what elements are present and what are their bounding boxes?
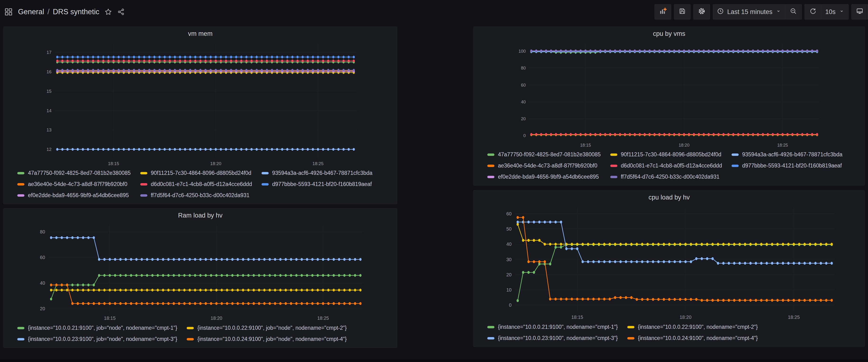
- legend-swatch: [487, 165, 494, 167]
- legend-swatch: [17, 327, 24, 329]
- legend-item[interactable]: d977bbbe-5593-4121-bf20-f160b819aeaf: [261, 181, 372, 187]
- x-tick-label: 18:15: [108, 161, 119, 166]
- legend-swatch: [17, 172, 24, 174]
- y-tick-label: 10: [506, 287, 512, 293]
- y-tick-label: 17: [47, 50, 52, 55]
- panel-cpu-by-vms: cpu by vms 02040608010018:1518:2018:25 4…: [473, 27, 865, 186]
- ram-load-by-hv-chart[interactable]: 2040608018:1518:2018:25: [4, 222, 397, 324]
- legend-item[interactable]: ef0e2dde-bda9-4656-9bf9-a54db6cee895: [487, 174, 601, 180]
- legend-item[interactable]: d6d0c081-e7c1-4cb8-a0f5-d12a4cce6ddd: [140, 181, 252, 187]
- legend-swatch: [487, 176, 494, 178]
- legend-item[interactable]: 47a77750-f092-4825-8ed7-081b2e380085: [487, 151, 601, 158]
- cpu-load-by-hv-chart[interactable]: 010203040506018:1518:2018:25: [473, 204, 865, 323]
- x-tick-label: 18:20: [210, 161, 221, 166]
- chevron-down-icon: [776, 8, 781, 16]
- panel-title[interactable]: cpu by vms: [473, 27, 865, 40]
- legend-item[interactable]: {instance="10.0.0.23:9100", nodename="cm…: [487, 335, 618, 341]
- legend-item[interactable]: 93594a3a-acf6-4926-b467-78871cfc3bda: [732, 151, 842, 158]
- legend-item[interactable]: d6d0c081-e7c1-4cb8-a0f5-d12a4cce6ddd: [610, 163, 722, 169]
- x-tick-label: 18:20: [211, 315, 222, 321]
- x-tick-label: 18:15: [580, 143, 591, 147]
- dashboard-settings-button[interactable]: [693, 4, 710, 20]
- legend-item[interactable]: ae36e40e-54de-4c73-a8df-87f79b920bf0: [17, 181, 131, 187]
- legend-item[interactable]: {instance="10.0.0.24:9100", job="node", …: [187, 336, 347, 342]
- legend: {instance="10.0.0.21:9100", job="node", …: [4, 324, 397, 347]
- refresh-interval-label: 10s: [825, 8, 836, 16]
- y-tick-label: 40: [521, 100, 526, 104]
- legend-item[interactable]: ae36e40e-54de-4c73-a8df-87f79b920bf0: [487, 163, 601, 169]
- gear-icon: [698, 7, 706, 17]
- series-line: [56, 148, 354, 150]
- legend-label: 93594a3a-acf6-4926-b467-78871cfc3bda: [742, 151, 842, 158]
- y-tick-label: 15: [47, 89, 52, 94]
- panel-cpu-load-by-hv: cpu load by hv 010203040506018:1518:2018…: [473, 190, 865, 347]
- legend-label: {instance="10.0.0.24:9100", job="node", …: [197, 336, 347, 342]
- legend-item[interactable]: 90f11215-7c30-4864-8096-d8805bd24f0d: [610, 151, 722, 158]
- series-line: [517, 223, 833, 246]
- legend-label: {instance="10.0.0.23:9100", job="node", …: [28, 336, 177, 342]
- zoom-out-button[interactable]: [785, 4, 802, 20]
- legend-item[interactable]: {instance="10.0.0.21:9100", nodename="cm…: [487, 324, 618, 330]
- refresh-interval-picker[interactable]: 10s: [821, 4, 848, 20]
- vm-mem-chart[interactable]: 12131415161718:1518:2018:25: [4, 40, 397, 169]
- legend-item[interactable]: {instance="10.0.0.24:9100", nodename="cm…: [627, 335, 758, 341]
- panel-vm-mem: vm mem 12131415161718:1518:2018:25 47a77…: [3, 27, 397, 204]
- time-range-picker[interactable]: Last 15 minutes: [713, 4, 785, 20]
- y-tick-label: 80: [521, 65, 526, 71]
- legend-item[interactable]: ff7d5f64-d7c6-4250-b33c-d00c402da931: [140, 192, 252, 199]
- legend-label: d6d0c081-e7c1-4cb8-a0f5-d12a4cce6ddd: [151, 181, 252, 187]
- legend-item[interactable]: ff7d5f64-d7c6-4250-b33c-d00c402da931: [610, 174, 722, 180]
- panel-ram-load-by-hv: Ram load by hv 2040608018:1518:2018:25 {…: [3, 208, 397, 348]
- legend-swatch: [732, 165, 739, 167]
- x-tick-label: 18:20: [680, 314, 691, 320]
- time-range-label: Last 15 minutes: [727, 8, 773, 16]
- legend-swatch: [627, 337, 634, 339]
- refresh-controls: 10s: [805, 4, 848, 20]
- x-tick-label: 18:25: [317, 315, 329, 321]
- legend-label: {instance="10.0.0.22:9100", job="node", …: [197, 325, 347, 331]
- legend-label: d977bbbe-5593-4121-bf20-f160b819aeaf: [742, 163, 842, 169]
- y-tick-label: 20: [521, 116, 526, 121]
- monitor-icon: [856, 7, 864, 17]
- chevron-down-icon: [839, 8, 844, 16]
- legend-item[interactable]: 93594a3a-acf6-4926-b467-78871cfc3bda: [261, 170, 372, 176]
- breadcrumb-title[interactable]: DRS synthetic: [53, 8, 99, 16]
- share-icon[interactable]: [117, 8, 125, 16]
- panel-title[interactable]: vm mem: [4, 27, 397, 40]
- save-icon: [679, 8, 686, 17]
- cycle-view-mode-button[interactable]: [851, 4, 868, 20]
- cpu-by-vms-chart[interactable]: 02040608010018:1518:2018:25: [473, 40, 865, 150]
- series-line: [50, 289, 362, 291]
- legend-item[interactable]: {instance="10.0.0.22:9100", job="node", …: [187, 325, 347, 331]
- save-dashboard-button[interactable]: [674, 4, 690, 20]
- legend-item[interactable]: {instance="10.0.0.23:9100", job="node", …: [17, 336, 177, 342]
- grid-layout-icon[interactable]: [4, 8, 13, 16]
- legend-label: 47a77750-f092-4825-8ed7-081b2e380085: [28, 170, 131, 176]
- add-panel-button[interactable]: [655, 4, 671, 20]
- legend-item[interactable]: d977bbbe-5593-4121-bf20-f160b819aeaf: [732, 163, 842, 169]
- legend-swatch: [261, 183, 269, 186]
- legend-label: ae36e40e-54de-4c73-a8df-87f79b920bf0: [498, 163, 597, 169]
- window-bottom-edge: [0, 360, 868, 362]
- star-icon[interactable]: [104, 8, 112, 16]
- legend: 47a77750-f092-4825-8ed7-081b2e38008590f1…: [473, 150, 865, 185]
- legend-swatch: [140, 183, 147, 186]
- legend-item[interactable]: ef0e2dde-bda9-4656-9bf9-a54db6cee895: [17, 192, 131, 199]
- panel-title[interactable]: cpu load by hv: [473, 191, 865, 204]
- legend-label: {instance="10.0.0.23:9100", nodename="cm…: [498, 335, 618, 341]
- legend-swatch: [187, 338, 194, 340]
- breadcrumb-section[interactable]: General: [18, 8, 44, 16]
- legend-label: d6d0c081-e7c1-4cb8-a0f5-d12a4cce6ddd: [621, 163, 722, 169]
- refresh-button[interactable]: [805, 4, 821, 20]
- legend-item[interactable]: 90f11215-7c30-4864-8096-d8805bd24f0d: [140, 170, 252, 176]
- legend-label: 90f11215-7c30-4864-8096-d8805bd24f0d: [621, 151, 721, 158]
- panel-add-icon: [659, 7, 666, 17]
- legend-item[interactable]: {instance="10.0.0.21:9100", job="node", …: [17, 325, 177, 331]
- y-tick-label: 60: [506, 211, 512, 216]
- legend-label: d977bbbe-5593-4121-bf20-f160b819aeaf: [272, 181, 372, 187]
- panel-title[interactable]: Ram load by hv: [4, 208, 397, 222]
- legend-swatch: [610, 176, 617, 178]
- y-tick-label: 80: [40, 229, 45, 234]
- legend-item[interactable]: {instance="10.0.0.22:9100", nodename="cm…: [627, 324, 758, 330]
- legend-item[interactable]: 47a77750-f092-4825-8ed7-081b2e380085: [17, 170, 131, 176]
